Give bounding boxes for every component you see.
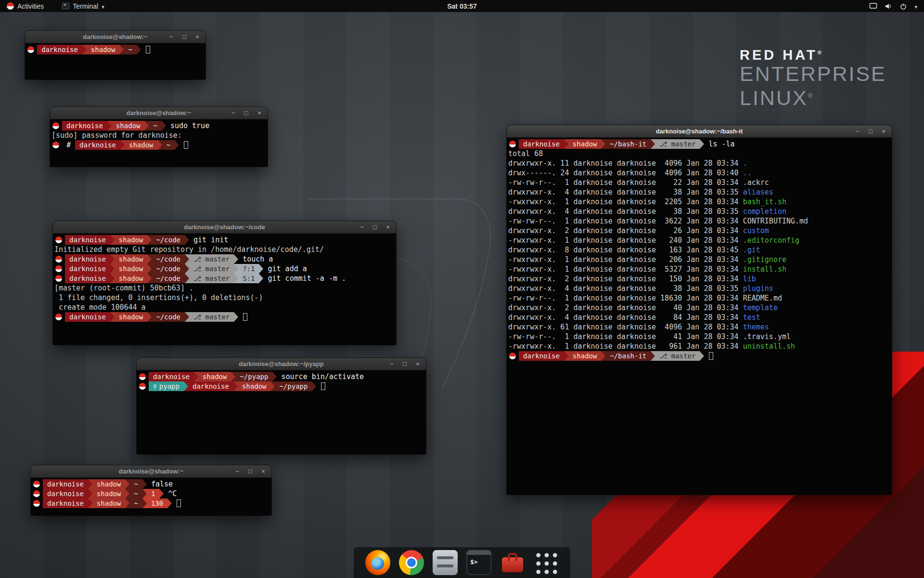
prompt-segment: ~/code [152,264,185,274]
segment-separator [144,121,149,131]
terminal-line: drwxrwxr-x. 2 darknoise darknoise 26 Jan… [508,226,890,236]
terminal-line: drwxrwxr-x. 4 darknoise darknoise 84 Jan… [508,313,890,322]
terminal-content[interactable]: darknoiseshadow~/pyapp source bin/activa… [137,370,426,454]
close-button[interactable]: × [257,107,262,119]
terminal-text: [sudo] password for darknoise: [51,131,186,140]
segment-separator [147,312,152,322]
segment-separator [175,140,179,150]
chrome-icon[interactable] [399,550,424,575]
terminal-line: darknoiseshadow~/bash-it⎇ master [508,351,890,361]
segment-separator [88,499,92,508]
firefox-icon[interactable] [365,550,390,575]
terminal-line: -rwxrwxr-x. 1 darknoise darknoise 240 Ja… [508,236,890,245]
segment-separator [125,489,129,499]
segment-separator [88,489,92,499]
maximize-button[interactable]: □ [244,107,249,119]
clock[interactable]: Sat 03:57 [0,2,924,10]
minimize-button[interactable]: − [359,221,365,234]
terminal-content[interactable]: darknoiseshadow~ falsedarknoiseshadow~1 … [31,478,271,515]
terminal-text: drwxrwxr-x. 11 darknoise darknoise 4096 … [508,159,743,168]
terminal-line: 1 file changed, 0 insertions(+), 0 delet… [54,293,395,302]
close-button[interactable]: × [881,125,886,138]
rhel-logo-line2: ENTERPRISE [740,63,886,85]
prompt-segment: pyapp [149,381,184,391]
segment-separator [234,264,238,274]
chevron-down-icon[interactable] [914,2,917,10]
close-button[interactable]: × [260,465,266,478]
terminal-text: drwxrwxr-x. 2 darknoise darknoise 40 Jan… [508,303,743,312]
display-icon[interactable] [869,2,877,10]
terminal-line: -rw-rw-r--. 1 darknoise darknoise 41 Jan… [508,332,890,342]
segment-separator [651,139,655,149]
app-menu-button[interactable]: Terminal [59,0,107,12]
maximize-button[interactable]: □ [181,31,187,43]
terminal-content[interactable]: darknoiseshadow~/bash-it⎇ master ls -lat… [507,138,892,495]
rhel-logo-line3: LINUX® [740,85,886,109]
prompt-segment: ~/code [152,254,185,264]
segment-separator [88,479,92,489]
redhat-icon [55,265,62,272]
terminal-text: -rwxrwxr-x. 1 darknoise darknoise 961 Ja… [508,342,743,351]
titlebar[interactable]: darknoise@shadow:~/bash-it − □ × [507,125,892,138]
prompt-segment: shadow [568,351,602,361]
terminal-line: -rwxrwxr-x. 1 darknoise darknoise 5327 J… [508,264,890,274]
terminal-window[interactable]: darknoise@shadow:~ − □ × darknoiseshadow… [50,107,268,167]
titlebar[interactable]: darknoise@shadow:~/code − □ × [53,221,396,234]
prompt-segment: ~/pyapp [275,381,312,391]
terminal-window-focused[interactable]: darknoise@shadow:~/bash-it − □ × darknoi… [507,125,892,495]
volume-icon[interactable] [885,2,892,10]
terminal-cursor [243,313,247,321]
segment-separator [601,351,605,361]
terminal-window[interactable]: darknoise@shadow:~ − □ × darknoiseshadow… [31,465,271,515]
terminal-content[interactable]: darknoiseshadow~ sudo true[sudo] passwor… [50,119,268,167]
minimize-button[interactable]: − [234,465,240,478]
titlebar[interactable]: darknoise@shadow:~/pyapp − □ × [137,358,426,370]
prompt-segment: 1 [147,489,159,499]
terminal-text: -rw-rw-r--. 1 darknoise darknoise 22 Jan… [508,178,743,187]
prompt-segment: shadow [115,312,148,322]
redhat-icon [509,353,516,359]
terminal-cursor [709,352,713,360]
terminal-window[interactable]: darknoise@shadow:~ − □ × darknoiseshadow… [25,31,205,79]
terminal-window[interactable]: darknoise@shadow:~/pyapp − □ × darknoise… [137,358,426,454]
close-button[interactable]: × [385,221,391,234]
terminal-text: false [147,480,173,488]
titlebar[interactable]: darknoise@shadow:~ − □ × [25,31,205,43]
activities-button[interactable]: Activities [4,0,47,12]
minimize-button[interactable]: − [855,125,860,138]
terminal-text: README.md [743,294,782,302]
segment-separator [259,274,263,283]
files-icon[interactable] [433,550,458,575]
maximize-button[interactable]: □ [868,125,873,138]
maximize-button[interactable]: □ [247,465,253,478]
prompt-segment: darknoise [65,254,110,264]
segment-separator [110,254,115,264]
close-button[interactable]: × [415,358,421,370]
close-button[interactable]: × [194,31,200,43]
prompt-segment: ⎇ master [189,274,234,283]
power-icon[interactable] [899,2,907,10]
terminal-window[interactable]: darknoise@shadow:~/code − □ × darknoises… [53,221,396,345]
app-grid-icon[interactable] [534,550,559,575]
minimize-button[interactable]: − [231,107,236,119]
terminal-text [316,382,321,391]
titlebar[interactable]: darknoise@shadow:~ − □ × [31,465,271,478]
terminal-cursor [146,46,150,53]
segment-separator [700,351,704,361]
prompt-segment: ~/code [152,274,185,283]
terminal-text [238,313,243,321]
minimize-button[interactable]: − [389,358,395,370]
terminal-content[interactable]: darknoiseshadow~/code git initInitialize… [53,234,396,345]
maximize-button[interactable]: □ [402,358,408,370]
terminal-text: drwxrwxr-x. 2 darknoise darknoise 150 Ja… [508,275,743,283]
prompt-segment: shadow [92,489,126,499]
terminal-content[interactable]: darknoiseshadow~ [25,43,205,79]
maximize-button[interactable]: □ [372,221,378,234]
toolbox-icon[interactable] [500,550,525,575]
segment-separator [147,254,152,264]
redhat-icon [139,373,146,380]
titlebar[interactable]: darknoise@shadow:~ − □ × [50,107,268,119]
segment-separator [162,121,166,131]
terminal-icon[interactable] [466,550,491,575]
minimize-button[interactable]: − [168,31,174,43]
